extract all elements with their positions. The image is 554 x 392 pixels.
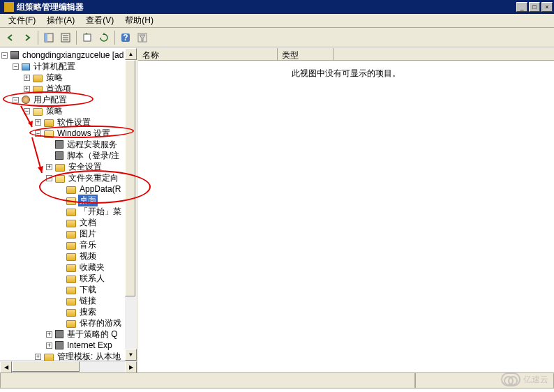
tree-pictures[interactable]: 图片 <box>0 228 137 239</box>
forward-button[interactable] <box>20 30 35 45</box>
tree-policy-qos[interactable]: +基于策略的 Q <box>0 329 137 340</box>
tree-saved-games[interactable]: 保存的游戏 <box>0 317 137 329</box>
tree-favorites[interactable]: 收藏夹 <box>0 262 137 273</box>
tree-preferences[interactable]: +首选项 <box>0 83 137 94</box>
properties-button[interactable] <box>58 30 73 45</box>
tree-policies2[interactable]: −策略 <box>0 105 137 116</box>
menu-view[interactable]: 查看(V) <box>80 13 119 28</box>
menu-help[interactable]: 帮助(H) <box>119 13 159 28</box>
expander-plus-icon[interactable]: + <box>46 164 52 170</box>
expander-plus-icon[interactable]: + <box>46 342 52 349</box>
tree-label: 下载 <box>78 284 98 296</box>
toolbar-separator <box>76 31 77 45</box>
tree-label: 链接 <box>78 295 98 307</box>
column-spacer <box>334 48 554 61</box>
tree-windows-settings[interactable]: −Windows 设置 <box>0 128 137 139</box>
menu-action[interactable]: 操作(A) <box>41 13 80 28</box>
toolbar-separator <box>114 31 115 45</box>
folder-open-icon <box>33 108 43 116</box>
expander-minus-icon[interactable]: − <box>1 52 8 59</box>
folder-icon <box>33 75 43 82</box>
tree-user-config[interactable]: −用户配置 <box>0 94 137 105</box>
computer-icon <box>22 63 30 70</box>
tree-internet-explorer[interactable]: +Internet Exp <box>0 340 137 351</box>
scroll-down-button[interactable]: ▼ <box>125 349 137 361</box>
menu-file[interactable]: 文件(F) <box>3 13 41 28</box>
tree-music[interactable]: 音乐 <box>0 239 137 250</box>
svg-rect-1 <box>45 33 47 42</box>
folder-icon <box>66 253 76 261</box>
list-body: 此视图中没有可显示的项目。 <box>138 61 554 372</box>
expander-minus-icon[interactable]: − <box>13 97 19 103</box>
maximize-button[interactable]: □ <box>529 2 540 12</box>
scroll-right-button[interactable]: ▶ <box>125 361 137 372</box>
export-button[interactable] <box>80 30 95 45</box>
show-hide-tree-button[interactable] <box>41 30 57 45</box>
close-button[interactable]: × <box>541 2 553 12</box>
tree-root[interactable]: −chongdingxiangzucelue [ad <box>0 50 137 61</box>
expander-plus-icon[interactable]: + <box>35 354 41 360</box>
tree-security-settings[interactable]: +安全设置 <box>0 161 137 172</box>
tree-links[interactable]: 链接 <box>0 295 137 306</box>
back-button[interactable] <box>3 30 18 45</box>
tree-documents[interactable]: 文档 <box>0 217 137 228</box>
app-icon <box>4 2 14 12</box>
tree-panel: −chongdingxiangzucelue [ad −计算机配置 +策略 +首… <box>0 48 138 372</box>
tree-desktop[interactable]: 桌面 <box>0 195 137 206</box>
minimize-button[interactable]: _ <box>516 2 527 12</box>
tree-downloads[interactable]: 下载 <box>0 284 137 295</box>
tree-label: 软件设置 <box>56 116 92 128</box>
scroll-thumb[interactable] <box>125 60 135 296</box>
filter-button[interactable] <box>135 30 150 45</box>
expander-minus-icon[interactable]: − <box>46 175 52 181</box>
folder-icon <box>66 287 76 294</box>
watermark-icon <box>501 372 521 386</box>
scroll-up-button[interactable]: ▲ <box>125 48 137 60</box>
tree-videos[interactable]: 视频 <box>0 250 137 262</box>
expander-minus-icon[interactable]: − <box>24 108 30 114</box>
tree-label: Internet Exp <box>66 340 114 350</box>
tree-searches[interactable]: 搜索 <box>0 306 137 317</box>
help-button[interactable]: ? <box>118 30 133 45</box>
scroll-thumb[interactable] <box>12 361 80 372</box>
expander-minus-icon[interactable]: − <box>13 63 19 70</box>
tree-admin-templates[interactable]: +管理模板: 从本地 <box>0 351 137 361</box>
expander-plus-icon[interactable]: + <box>35 119 41 126</box>
folder-icon <box>66 298 76 306</box>
script-icon <box>55 151 63 160</box>
tree-vertical-scrollbar[interactable]: ▲ ▼ <box>125 48 137 361</box>
folder-icon <box>66 320 76 328</box>
tree-label: 管理模板: 从本地 <box>56 351 122 361</box>
service-icon <box>55 140 63 149</box>
tree-contacts[interactable]: 联系人 <box>0 273 137 284</box>
toolbar-separator <box>38 31 38 45</box>
scroll-left-button[interactable]: ◀ <box>0 361 12 372</box>
column-type[interactable]: 类型 <box>278 48 334 61</box>
refresh-button[interactable] <box>96 30 112 45</box>
tree-horizontal-scrollbar[interactable]: ◀ ▶ <box>0 361 137 372</box>
tree-label: 音乐 <box>78 239 98 251</box>
tree-label: 图片 <box>78 228 98 240</box>
tree-policies[interactable]: +策略 <box>0 72 137 83</box>
tree-appdata[interactable]: AppData(R <box>0 183 137 195</box>
expander-minus-icon[interactable]: − <box>35 130 41 137</box>
tree-computer-config[interactable]: −计算机配置 <box>0 61 137 72</box>
menubar: 文件(F) 操作(A) 查看(V) 帮助(H) <box>0 14 554 28</box>
tree-start-menu[interactable]: 「开始」菜 <box>0 206 137 217</box>
folder-open-icon <box>44 130 54 138</box>
tree-software-settings[interactable]: +软件设置 <box>0 116 137 128</box>
expander-plus-icon[interactable]: + <box>24 75 30 81</box>
tree-label: 首选项 <box>45 83 73 95</box>
list-header: 名称 类型 <box>138 48 554 61</box>
tree-scripts[interactable]: 脚本（登录/注 <box>0 150 137 161</box>
tree-label: 远程安装服务 <box>66 139 119 151</box>
tree-folder-redirect[interactable]: −文件夹重定向 <box>0 172 137 183</box>
gpo-icon <box>10 51 19 59</box>
tree-remote-install[interactable]: 远程安装服务 <box>0 139 137 150</box>
column-name[interactable]: 名称 <box>138 48 278 61</box>
folder-icon <box>66 309 76 317</box>
expander-plus-icon[interactable]: + <box>24 86 30 92</box>
folder-icon <box>66 264 76 272</box>
folder-icon <box>66 276 76 283</box>
expander-plus-icon[interactable]: + <box>46 331 52 338</box>
